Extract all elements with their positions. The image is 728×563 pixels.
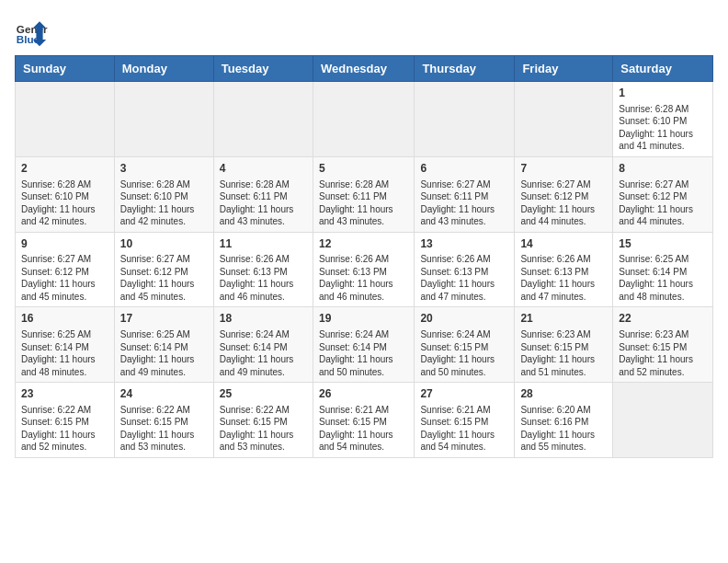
day-number: 1 [619,86,707,101]
day-number: 20 [420,311,508,327]
day-number: 19 [319,311,408,327]
day-number: 4 [220,161,307,177]
day-number: 14 [520,236,607,252]
day-number: 5 [319,161,408,177]
logo-icon: General Blue [15,15,48,48]
calendar-cell [16,82,115,157]
day-info: Sunrise: 6:25 AM Sunset: 6:14 PM Dayligh… [21,328,108,378]
day-info: Sunrise: 6:21 AM Sunset: 6:15 PM Dayligh… [420,404,508,454]
week-row-4: 16Sunrise: 6:25 AM Sunset: 6:14 PM Dayli… [16,307,713,383]
day-info: Sunrise: 6:24 AM Sunset: 6:14 PM Dayligh… [319,328,408,378]
calendar-cell: 10Sunrise: 6:27 AM Sunset: 6:12 PM Dayli… [114,232,213,307]
calendar-cell: 22Sunrise: 6:23 AM Sunset: 6:15 PM Dayli… [613,307,713,383]
day-number: 6 [420,161,508,177]
day-info: Sunrise: 6:23 AM Sunset: 6:15 PM Dayligh… [619,328,707,378]
calendar-cell: 19Sunrise: 6:24 AM Sunset: 6:14 PM Dayli… [313,307,414,383]
day-number: 27 [420,386,508,402]
day-number: 7 [520,161,607,177]
calendar-cell: 7Sunrise: 6:27 AM Sunset: 6:12 PM Daylig… [515,156,613,232]
calendar: SundayMondayTuesdayWednesdayThursdayFrid… [15,55,713,458]
week-row-3: 9Sunrise: 6:27 AM Sunset: 6:12 PM Daylig… [16,232,713,307]
calendar-cell: 1Sunrise: 6:28 AM Sunset: 6:10 PM Daylig… [613,82,713,157]
calendar-cell [114,82,213,157]
calendar-cell: 27Sunrise: 6:21 AM Sunset: 6:15 PM Dayli… [415,383,515,458]
calendar-cell: 3Sunrise: 6:28 AM Sunset: 6:10 PM Daylig… [114,156,213,232]
day-info: Sunrise: 6:26 AM Sunset: 6:13 PM Dayligh… [520,253,607,303]
weekday-header-tuesday: Tuesday [213,56,313,82]
day-number: 12 [319,236,408,252]
calendar-cell: 12Sunrise: 6:26 AM Sunset: 6:13 PM Dayli… [313,232,414,307]
day-info: Sunrise: 6:25 AM Sunset: 6:14 PM Dayligh… [619,253,707,303]
day-info: Sunrise: 6:26 AM Sunset: 6:13 PM Dayligh… [420,253,508,303]
calendar-cell: 14Sunrise: 6:26 AM Sunset: 6:13 PM Dayli… [515,232,613,307]
weekday-header-friday: Friday [515,56,613,82]
day-number: 26 [319,386,408,402]
calendar-cell [313,82,414,157]
day-number: 10 [120,236,208,252]
calendar-cell: 9Sunrise: 6:27 AM Sunset: 6:12 PM Daylig… [16,232,115,307]
day-info: Sunrise: 6:22 AM Sunset: 6:15 PM Dayligh… [21,404,108,454]
calendar-cell: 4Sunrise: 6:28 AM Sunset: 6:11 PM Daylig… [213,156,313,232]
day-number: 9 [21,236,108,252]
day-number: 21 [520,311,607,327]
day-number: 3 [120,161,208,177]
weekday-header-thursday: Thursday [415,56,515,82]
calendar-cell [213,82,313,157]
calendar-cell: 8Sunrise: 6:27 AM Sunset: 6:12 PM Daylig… [613,156,713,232]
day-info: Sunrise: 6:22 AM Sunset: 6:15 PM Dayligh… [220,404,307,454]
day-number: 13 [420,236,508,252]
day-info: Sunrise: 6:27 AM Sunset: 6:12 PM Dayligh… [619,178,707,228]
calendar-cell: 13Sunrise: 6:26 AM Sunset: 6:13 PM Dayli… [415,232,515,307]
day-info: Sunrise: 6:24 AM Sunset: 6:15 PM Dayligh… [420,328,508,378]
week-row-1: 1Sunrise: 6:28 AM Sunset: 6:10 PM Daylig… [16,82,713,157]
day-number: 22 [619,311,707,327]
calendar-cell: 2Sunrise: 6:28 AM Sunset: 6:10 PM Daylig… [16,156,115,232]
day-number: 28 [520,386,607,402]
day-info: Sunrise: 6:21 AM Sunset: 6:15 PM Dayligh… [319,404,408,454]
calendar-cell: 20Sunrise: 6:24 AM Sunset: 6:15 PM Dayli… [415,307,515,383]
day-number: 23 [21,386,108,402]
weekday-header-sunday: Sunday [16,56,115,82]
day-number: 2 [21,161,108,177]
weekday-header-saturday: Saturday [613,56,713,82]
day-number: 8 [619,161,707,177]
day-info: Sunrise: 6:27 AM Sunset: 6:12 PM Dayligh… [120,253,208,303]
week-row-5: 23Sunrise: 6:22 AM Sunset: 6:15 PM Dayli… [16,383,713,458]
calendar-cell: 17Sunrise: 6:25 AM Sunset: 6:14 PM Dayli… [114,307,213,383]
day-info: Sunrise: 6:27 AM Sunset: 6:11 PM Dayligh… [420,178,508,228]
day-number: 25 [220,386,307,402]
day-info: Sunrise: 6:22 AM Sunset: 6:15 PM Dayligh… [120,404,208,454]
week-row-2: 2Sunrise: 6:28 AM Sunset: 6:10 PM Daylig… [16,156,713,232]
day-info: Sunrise: 6:23 AM Sunset: 6:15 PM Dayligh… [520,328,607,378]
day-info: Sunrise: 6:28 AM Sunset: 6:10 PM Dayligh… [120,178,208,228]
day-info: Sunrise: 6:28 AM Sunset: 6:11 PM Dayligh… [319,178,408,228]
day-info: Sunrise: 6:20 AM Sunset: 6:16 PM Dayligh… [520,404,607,454]
header: General Blue [15,15,713,48]
weekday-header-wednesday: Wednesday [313,56,414,82]
day-number: 11 [220,236,307,252]
day-info: Sunrise: 6:25 AM Sunset: 6:14 PM Dayligh… [120,328,208,378]
day-info: Sunrise: 6:27 AM Sunset: 6:12 PM Dayligh… [21,253,108,303]
calendar-cell: 18Sunrise: 6:24 AM Sunset: 6:14 PM Dayli… [213,307,313,383]
logo: General Blue [15,15,51,48]
day-info: Sunrise: 6:28 AM Sunset: 6:10 PM Dayligh… [619,103,707,153]
day-info: Sunrise: 6:28 AM Sunset: 6:10 PM Dayligh… [21,178,108,228]
calendar-cell: 5Sunrise: 6:28 AM Sunset: 6:11 PM Daylig… [313,156,414,232]
day-info: Sunrise: 6:26 AM Sunset: 6:13 PM Dayligh… [220,253,307,303]
weekday-header-monday: Monday [114,56,213,82]
calendar-cell: 24Sunrise: 6:22 AM Sunset: 6:15 PM Dayli… [114,383,213,458]
day-number: 16 [21,311,108,327]
day-number: 18 [220,311,307,327]
day-info: Sunrise: 6:26 AM Sunset: 6:13 PM Dayligh… [319,253,408,303]
calendar-cell [613,383,713,458]
calendar-cell: 21Sunrise: 6:23 AM Sunset: 6:15 PM Dayli… [515,307,613,383]
day-info: Sunrise: 6:27 AM Sunset: 6:12 PM Dayligh… [520,178,607,228]
calendar-cell: 11Sunrise: 6:26 AM Sunset: 6:13 PM Dayli… [213,232,313,307]
calendar-cell: 23Sunrise: 6:22 AM Sunset: 6:15 PM Dayli… [16,383,115,458]
day-number: 17 [120,311,208,327]
calendar-cell: 25Sunrise: 6:22 AM Sunset: 6:15 PM Dayli… [213,383,313,458]
calendar-cell: 15Sunrise: 6:25 AM Sunset: 6:14 PM Dayli… [613,232,713,307]
calendar-cell: 6Sunrise: 6:27 AM Sunset: 6:11 PM Daylig… [415,156,515,232]
day-info: Sunrise: 6:28 AM Sunset: 6:11 PM Dayligh… [220,178,307,228]
calendar-cell: 16Sunrise: 6:25 AM Sunset: 6:14 PM Dayli… [16,307,115,383]
